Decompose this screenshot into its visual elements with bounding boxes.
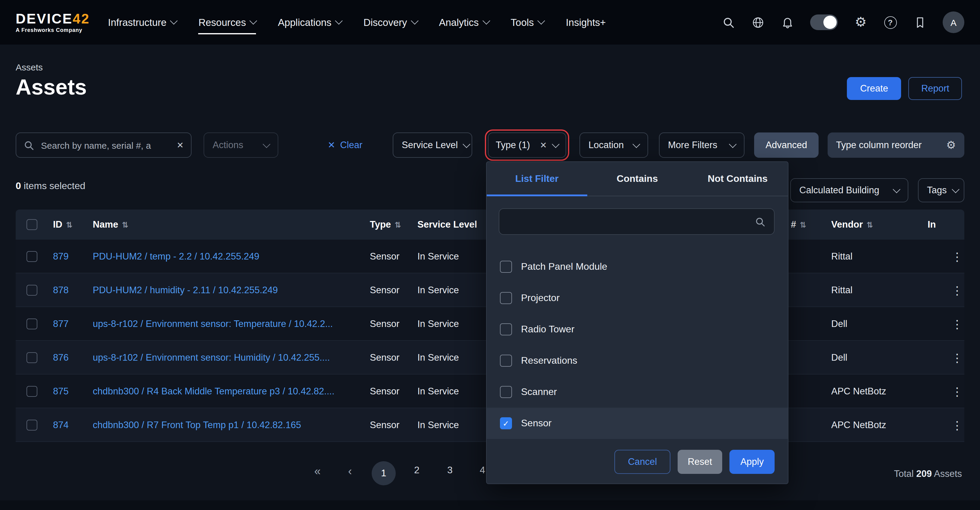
option-checkbox[interactable] [500,261,512,273]
nav-analytics[interactable]: Analytics [439,0,489,44]
asset-id-link[interactable]: 878 [53,284,68,296]
row-checkbox[interactable] [27,419,37,430]
row-menu-icon[interactable]: ⋮ [950,317,964,330]
create-button[interactable]: Create [847,77,901,100]
sort-icon[interactable]: ⇅ [395,220,401,229]
asset-name-link[interactable]: PDU-HUM2 / humidity - 2.11 / 10.42.255.2… [93,284,278,296]
asset-id-link[interactable]: 876 [53,352,68,363]
row-checkbox[interactable] [27,352,37,363]
type-column-reorder-button[interactable]: Type column reorder⚙ [827,132,964,158]
panel-search-input[interactable] [508,216,749,227]
type-filter[interactable]: Type (1)✕ [488,132,566,158]
pagination-page-2[interactable]: 2 [408,465,426,476]
cancel-button[interactable]: Cancel [615,450,670,474]
row-menu-icon[interactable]: ⋮ [950,283,964,297]
option-checkbox-checked[interactable]: ✓ [500,417,512,429]
asset-name-link[interactable]: chdbnb300 / R4 Back Middle Temperature p… [93,386,335,397]
option-checkbox[interactable] [500,355,512,367]
pagination-first-icon[interactable]: « [309,465,326,478]
asset-type: Sensor [370,352,399,363]
asset-type: Sensor [370,386,399,397]
asset-id-link[interactable]: 879 [53,251,68,262]
row-menu-icon[interactable]: ⋮ [950,249,964,263]
nav-discovery[interactable]: Discovery [364,0,417,44]
globe-icon[interactable] [751,16,764,29]
nav-insights[interactable]: Insights+ [566,0,606,44]
tab-list-filter[interactable]: List Filter [487,162,587,196]
notifications-bell-icon[interactable] [781,16,794,29]
nav-tools[interactable]: Tools [511,0,544,44]
theme-toggle[interactable] [810,14,838,30]
asset-id-link[interactable]: 874 [53,419,68,430]
asset-name-link[interactable]: PDU-HUM2 / temp - 2.2 / 10.42.255.249 [93,251,259,262]
asset-id-link[interactable]: 875 [53,386,68,397]
tab-not-contains[interactable]: Not Contains [687,162,788,196]
asset-name-link[interactable]: ups-8-r102 / Environment sensor: Tempera… [93,318,333,329]
calculated-building-dropdown[interactable]: Calculated Building [790,178,908,202]
active-tab-underline [487,194,587,196]
asset-name-link[interactable]: chdbnb300 / R7 Front Top Temp p1 / 10.42… [93,419,301,430]
tags-dropdown[interactable]: Tags [918,178,964,202]
pagination-page-3[interactable]: 3 [441,465,459,476]
tab-contains[interactable]: Contains [587,162,687,196]
row-menu-icon[interactable]: ⋮ [950,351,964,364]
row-checkbox[interactable] [27,251,37,262]
nav-infrastructure[interactable]: Infrastructure [108,0,177,44]
pagination-prev-icon[interactable]: ‹ [341,465,359,478]
filter-option[interactable]: Projector [487,283,788,314]
option-checkbox[interactable] [500,323,512,335]
bookmark-icon[interactable] [913,16,926,29]
sort-icon[interactable]: ⇅ [800,220,806,229]
filter-option-selected[interactable]: ✓ Sensor [487,408,788,439]
actions-dropdown[interactable]: Actions [204,132,278,158]
filter-option[interactable]: Reservations [487,345,788,377]
device42-logo[interactable]: DEVICE42 A Freshworks Company [16,12,90,33]
check-icon: ✓ [503,419,509,428]
pagination-page-1[interactable]: 1 [372,461,396,485]
clear-filters-link[interactable]: ✕Clear [328,132,362,158]
search-icon[interactable] [722,16,735,29]
asset-name-link[interactable]: ups-8-r102 / Environment sensor: Humidit… [93,352,330,363]
filter-option[interactable]: Patch Panel Module [487,251,788,283]
clear-search-icon[interactable]: ✕ [177,140,184,150]
filter-panel-tabs: List Filter Contains Not Contains [487,162,788,196]
select-all-checkbox[interactable] [27,219,37,230]
row-menu-icon[interactable]: ⋮ [950,384,964,398]
header-action-buttons: Create Report [847,77,962,100]
service-level-filter[interactable]: Service Level [393,132,472,158]
asset-id-link[interactable]: 877 [53,318,68,329]
total-assets-count: Total 209 Assets [894,469,962,479]
more-filters-dropdown[interactable]: More Filters [659,132,745,158]
nav-applications[interactable]: Applications [278,0,342,44]
filter-option[interactable]: Scanner [487,377,788,408]
search-input[interactable] [40,140,171,151]
breadcrumb[interactable]: Assets [16,62,43,72]
sort-icon[interactable]: ⇅ [867,220,873,229]
reset-button[interactable]: Reset [677,450,722,474]
search-icon [755,216,765,227]
settings-gear-icon[interactable]: ⚙ [854,16,867,29]
sort-icon[interactable]: ⇅ [66,220,73,229]
filter-option[interactable]: Radio Tower [487,314,788,345]
remove-filter-icon[interactable]: ✕ [540,140,547,150]
option-checkbox[interactable] [500,386,512,398]
asset-type: Sensor [370,284,399,296]
row-checkbox[interactable] [27,318,37,329]
help-icon[interactable]: ? [884,16,897,29]
sort-icon[interactable]: ⇅ [122,220,128,229]
row-menu-icon[interactable]: ⋮ [950,418,964,431]
option-checkbox[interactable] [500,292,512,304]
row-checkbox[interactable] [27,284,37,296]
chevron-down-icon [632,140,640,148]
nav-resources[interactable]: Resources [199,0,256,44]
advanced-button[interactable]: Advanced [754,132,819,158]
apply-button[interactable]: Apply [729,450,775,474]
chevron-down-icon [538,17,545,24]
user-avatar[interactable]: A [943,11,964,33]
chevron-down-icon [411,17,418,24]
row-checkbox[interactable] [27,386,37,397]
asset-vendor: APC NetBotz [831,419,886,430]
col-header-vendor: Vendor [831,219,863,230]
report-button[interactable]: Report [908,77,962,100]
location-filter[interactable]: Location [579,132,648,158]
